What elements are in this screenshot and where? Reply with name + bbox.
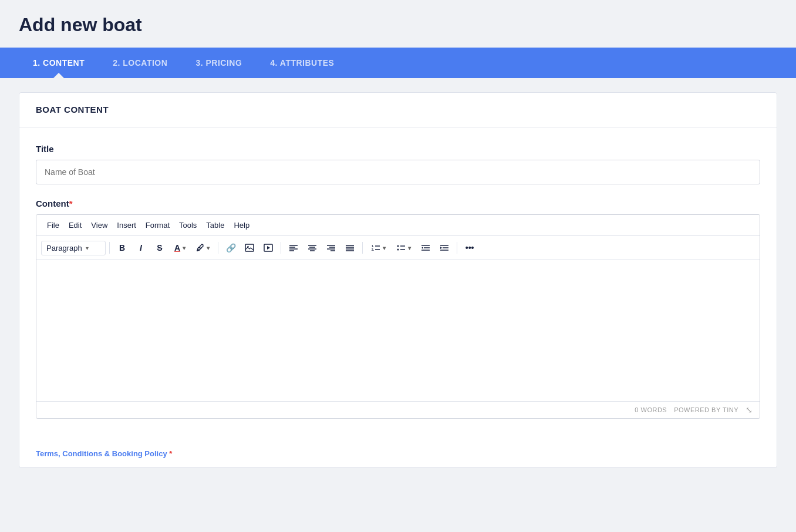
align-left-button[interactable] xyxy=(285,240,302,256)
outdent-button[interactable] xyxy=(417,240,434,256)
title-label: Title xyxy=(36,144,760,154)
image-icon xyxy=(245,243,254,252)
toolbar-separator-4 xyxy=(362,242,363,254)
toolbar-separator-5 xyxy=(457,242,457,254)
align-center-icon xyxy=(308,243,317,252)
menu-table[interactable]: Table xyxy=(203,218,228,232)
toolbar-separator-3 xyxy=(281,242,281,254)
toolbar-separator-2 xyxy=(218,242,218,254)
highlight-dropdown-icon: ▾ xyxy=(207,245,210,251)
tab-location[interactable]: 2. LOCATION xyxy=(99,48,181,78)
align-right-icon xyxy=(326,243,336,252)
svg-point-24 xyxy=(397,245,399,247)
font-color-button[interactable]: A ▾ xyxy=(170,240,190,256)
powered-by: POWERED BY TINY xyxy=(674,406,738,413)
ul-dropdown-icon: ▾ xyxy=(408,245,411,251)
title-input[interactable] xyxy=(36,160,760,184)
menu-edit[interactable]: Edit xyxy=(65,218,85,232)
bold-icon: B xyxy=(119,243,125,252)
svg-marker-31 xyxy=(421,247,423,249)
bold-button[interactable]: B xyxy=(113,240,131,256)
media-icon xyxy=(264,243,273,252)
content-label: Content* xyxy=(36,198,760,208)
editor-footer: 0 WORDS POWERED BY TINY ⤡ xyxy=(36,401,760,418)
italic-button[interactable]: I xyxy=(132,240,150,256)
font-color-icon: A xyxy=(174,243,180,252)
menu-view[interactable]: View xyxy=(87,218,111,232)
media-button[interactable] xyxy=(259,240,277,256)
align-center-button[interactable] xyxy=(303,240,321,256)
justify-button[interactable] xyxy=(341,240,359,256)
justify-icon xyxy=(345,243,355,252)
italic-icon: I xyxy=(140,243,142,252)
more-options-icon: ••• xyxy=(466,243,474,252)
strikethrough-icon: S xyxy=(157,243,162,252)
rich-text-editor: File Edit View Insert Format Tools Table… xyxy=(36,214,760,419)
ordered-list-icon: 1. 2. xyxy=(371,243,380,252)
svg-point-25 xyxy=(397,249,399,251)
image-button[interactable] xyxy=(241,240,258,256)
page-wrapper: Add new boat 1. CONTENT 2. LOCATION 3. P… xyxy=(0,0,796,532)
svg-marker-35 xyxy=(440,247,442,249)
required-star: * xyxy=(69,198,73,208)
link-button[interactable]: 🔗 xyxy=(222,240,240,256)
toolbar-separator-1 xyxy=(109,242,110,254)
form-card-header: BOAT CONTENT xyxy=(19,93,777,127)
title-group: Title xyxy=(36,144,760,184)
paragraph-dropdown-icon: ▾ xyxy=(86,245,89,251)
page-title: Add new boat xyxy=(19,14,777,36)
tab-content[interactable]: 1. CONTENT xyxy=(19,48,99,78)
page-header: Add new boat xyxy=(0,0,796,48)
font-color-dropdown-icon: ▾ xyxy=(183,245,185,251)
editor-toolbar: Paragraph ▾ B I xyxy=(36,236,760,260)
required-hint-star: * xyxy=(169,449,172,458)
editor-menubar: File Edit View Insert Format Tools Table… xyxy=(36,215,760,236)
svg-rect-0 xyxy=(245,244,254,251)
indent-button[interactable] xyxy=(436,240,453,256)
link-icon: 🔗 xyxy=(226,243,236,252)
unordered-list-icon xyxy=(396,243,406,252)
unordered-list-button[interactable]: ▾ xyxy=(392,240,416,256)
editor-content-area[interactable] xyxy=(36,260,760,401)
highlight-icon: 🖊 xyxy=(196,243,204,252)
tab-attributes[interactable]: 4. ATTRIBUTES xyxy=(256,48,348,78)
content-group: Content* File Edit View Insert Format To… xyxy=(36,198,760,419)
indent-icon xyxy=(440,243,449,252)
svg-marker-3 xyxy=(267,246,270,250)
align-right-button[interactable] xyxy=(322,240,340,256)
highlight-button[interactable]: 🖊 ▾ xyxy=(191,240,214,256)
word-count: 0 WORDS xyxy=(635,406,667,413)
tab-navigation: 1. CONTENT 2. LOCATION 3. PRICING 4. ATT… xyxy=(0,48,796,78)
bottom-hint: Terms, Conditions & Booking Policy * xyxy=(19,449,777,467)
form-body: Title Content* File Edit View xyxy=(19,127,777,449)
svg-text:2.: 2. xyxy=(372,248,375,251)
align-left-icon xyxy=(289,243,298,252)
menu-file[interactable]: File xyxy=(43,218,63,232)
menu-format[interactable]: Format xyxy=(142,218,173,232)
paragraph-label: Paragraph xyxy=(46,244,82,252)
main-content: BOAT CONTENT Title Content* xyxy=(0,78,796,482)
outdent-icon xyxy=(421,243,430,252)
menu-insert[interactable]: Insert xyxy=(113,218,140,232)
more-options-button[interactable]: ••• xyxy=(461,240,478,256)
menu-tools[interactable]: Tools xyxy=(176,218,200,232)
strikethrough-button[interactable]: S xyxy=(151,240,168,256)
section-title: BOAT CONTENT xyxy=(36,105,109,115)
ordered-list-button[interactable]: 1. 2. ▾ xyxy=(366,240,390,256)
paragraph-select[interactable]: Paragraph ▾ xyxy=(41,241,106,255)
resize-icon[interactable]: ⤡ xyxy=(746,405,753,415)
tab-pricing[interactable]: 3. PRICING xyxy=(181,48,256,78)
ol-dropdown-icon: ▾ xyxy=(383,245,386,251)
form-card: BOAT CONTENT Title Content* xyxy=(19,92,777,468)
menu-help[interactable]: Help xyxy=(230,218,253,232)
